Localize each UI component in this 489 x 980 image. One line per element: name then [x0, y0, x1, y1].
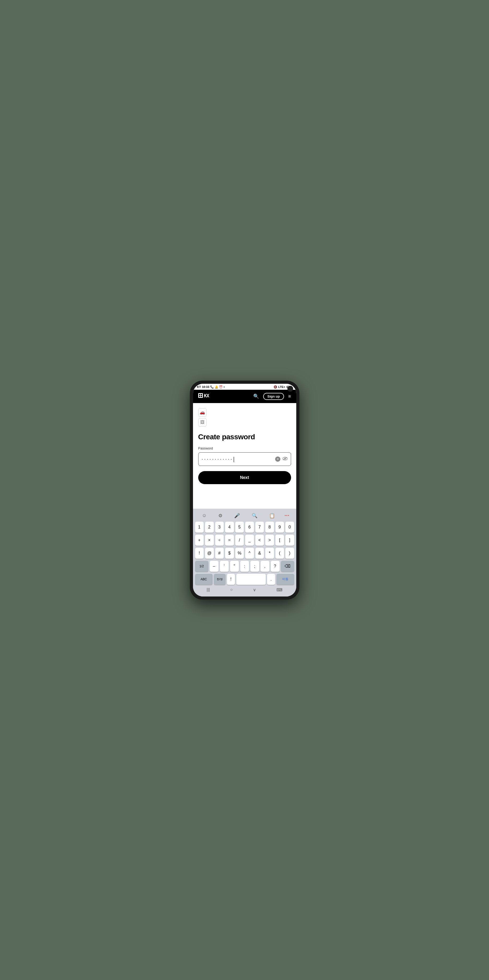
key-3[interactable]: 3: [215, 522, 224, 533]
key-12[interactable]: 1/2: [195, 561, 209, 572]
key-caret[interactable]: ^: [245, 548, 254, 559]
okx-logo-svg: KX: [198, 392, 214, 399]
page-title: Create password: [198, 433, 291, 441]
field-icons: ✕: [275, 456, 288, 462]
home-button[interactable]: ○: [227, 586, 236, 593]
car-icon: 🚗: [198, 408, 207, 417]
key-8[interactable]: 8: [265, 522, 274, 533]
back-button[interactable]: |||: [204, 586, 213, 593]
key-0[interactable]: 0: [285, 522, 294, 533]
key-1[interactable]: 1: [195, 522, 204, 533]
key-slash[interactable]: /: [235, 535, 244, 546]
password-field-label: Password: [198, 446, 291, 450]
nav-right: 🔍 Sign up ≡: [253, 393, 291, 400]
svg-rect-4: [201, 396, 202, 397]
status-icons: 📞 🔔 ⏰ •: [210, 385, 225, 389]
mic-tool-button[interactable]: 🎤: [232, 512, 242, 520]
more-tool-button[interactable]: ···: [285, 512, 289, 519]
logo-text: KX: [198, 392, 214, 401]
search-tool-button[interactable]: 🔍: [250, 512, 260, 520]
settings-tool-button[interactable]: ⚙: [216, 512, 225, 520]
key-star[interactable]: *: [265, 548, 274, 559]
key-plus[interactable]: +: [195, 535, 204, 546]
key-percent[interactable]: %: [235, 548, 244, 559]
key-squote[interactable]: ': [220, 561, 229, 572]
key-at[interactable]: @: [205, 548, 214, 559]
key-dquote[interactable]: ": [230, 561, 239, 572]
key-rbracket[interactable]: ]: [285, 535, 294, 546]
key-rparen[interactable]: ): [285, 548, 294, 559]
key-colon[interactable]: :: [240, 561, 249, 572]
keyboard-row-3: ! @ # $ % ^ & * ( ): [195, 548, 294, 559]
keyboard-row-2: + × ÷ = / _ < > [ ]: [195, 535, 294, 546]
keyboard-row-1: 1 2 3 4 5 6 7 8 9 0: [195, 522, 294, 533]
eye-svg: [282, 457, 288, 460]
keyboard-button[interactable]: ⌨: [273, 586, 285, 593]
top-icons: 🚗 🖼: [198, 408, 291, 426]
phone-screen: KT 10:33 📞 🔔 ⏰ • 🔇 LTE+ 47%: [193, 384, 296, 597]
okx-logo[interactable]: KX: [198, 392, 214, 401]
clipboard-tool-button[interactable]: 📋: [267, 512, 277, 520]
key-comma[interactable]: ,: [261, 561, 269, 572]
key-dash[interactable]: –: [210, 561, 218, 572]
key-6[interactable]: 6: [245, 522, 254, 533]
key-2[interactable]: 2: [205, 522, 214, 533]
image-icon: 🖼: [198, 418, 207, 426]
key-4[interactable]: 4: [225, 522, 234, 533]
key-7[interactable]: 7: [255, 522, 264, 533]
key-amp[interactable]: &: [255, 548, 264, 559]
svg-rect-3: [199, 396, 200, 397]
key-han[interactable]: 한/영: [214, 574, 226, 585]
svg-text:KX: KX: [204, 393, 209, 398]
key-dollar[interactable]: $: [225, 548, 234, 559]
key-9[interactable]: 9: [276, 522, 284, 533]
svg-rect-2: [201, 394, 202, 395]
content-area: 🚗 🖼 Create password Password ···········…: [193, 403, 296, 509]
password-input[interactable]: ············|: [202, 456, 275, 463]
recent-button[interactable]: ∨: [250, 586, 259, 593]
key-less[interactable]: <: [255, 535, 264, 546]
clear-button[interactable]: ✕: [275, 457, 280, 462]
key-lbracket[interactable]: [: [276, 535, 284, 546]
clear-icon-symbol: ✕: [276, 457, 279, 461]
password-field-wrapper[interactable]: ············| ✕: [198, 452, 291, 466]
carrier-label: KT: [197, 385, 201, 388]
keyboard-row-5: ABC 한/영 ! . 이동: [195, 574, 294, 585]
signal-label: LTE+: [278, 385, 285, 388]
status-bar: KT 10:33 📞 🔔 ⏰ • 🔇 LTE+ 47%: [193, 384, 296, 390]
backspace-key[interactable]: ⌫: [281, 561, 294, 572]
key-lparen[interactable]: (: [276, 548, 284, 559]
eye-toggle-icon[interactable]: [282, 456, 288, 462]
signup-button[interactable]: Sign up: [263, 393, 284, 400]
mute-icon: 🔇: [274, 385, 277, 389]
key-hash[interactable]: #: [215, 548, 224, 559]
key-period[interactable]: .: [267, 574, 275, 585]
key-excl[interactable]: !: [195, 548, 204, 559]
key-underscore[interactable]: _: [245, 535, 254, 546]
key-semi[interactable]: ;: [250, 561, 259, 572]
time-label: 10:33: [202, 385, 209, 388]
svg-rect-1: [199, 394, 200, 395]
key-abc[interactable]: ABC: [195, 574, 213, 585]
key-multiply[interactable]: ×: [205, 535, 214, 546]
bottom-navigation: ||| ○ ∨ ⌨: [194, 585, 295, 595]
key-divide[interactable]: ÷: [215, 535, 224, 546]
key-5[interactable]: 5: [235, 522, 244, 533]
key-excl2[interactable]: !: [227, 574, 235, 585]
phone-device: KT 10:33 📞 🔔 ⏰ • 🔇 LTE+ 47%: [190, 381, 299, 600]
key-space[interactable]: [236, 574, 266, 585]
key-question[interactable]: ?: [271, 561, 280, 572]
next-button[interactable]: Next: [198, 471, 291, 484]
emoji-tool-button[interactable]: ☺: [200, 512, 209, 519]
keyboard-area: ☺ ⚙ 🎤 🔍 📋 ··· 1 2 3 4 5 6 7 8 9: [193, 509, 296, 597]
menu-icon[interactable]: ≡: [288, 394, 291, 399]
key-greater[interactable]: >: [265, 535, 274, 546]
status-left: KT 10:33 📞 🔔 ⏰ •: [197, 385, 225, 389]
key-equals[interactable]: =: [225, 535, 234, 546]
svg-rect-0: [198, 393, 203, 398]
search-icon[interactable]: 🔍: [253, 393, 259, 399]
keyboard-row-4: 1/2 – ' " : ; , ? ⌫: [195, 561, 294, 572]
key-move[interactable]: 이동: [276, 574, 294, 585]
navigation-bar: KX 🔍 Sign up ≡: [193, 390, 296, 403]
keyboard-toolbar: ☺ ⚙ 🎤 🔍 📋 ···: [194, 511, 295, 522]
